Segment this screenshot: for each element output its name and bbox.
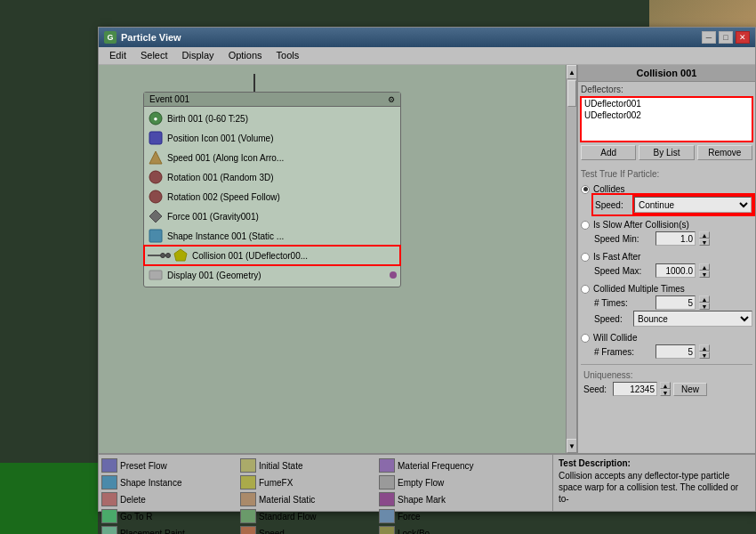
collision-item[interactable]: Collision 001 (UDeflector00... — [144, 246, 400, 265]
svg-marker-6 — [149, 210, 162, 222]
frames-input[interactable] — [655, 344, 696, 359]
deflector-buttons: Add By List Remove — [581, 145, 752, 160]
rotation2-item[interactable]: Rotation 002 (Speed Follow) — [144, 187, 400, 206]
shape-mark-item[interactable]: Shape Mark — [379, 491, 517, 507]
remove-deflector-btn[interactable]: Remove — [697, 145, 752, 160]
right-panel: Collision 001 Deflectors: UDeflector001 … — [577, 65, 755, 453]
placement-item[interactable]: Placement Paint — [101, 525, 239, 534]
menu-options[interactable]: Options — [221, 49, 269, 62]
seed-input[interactable] — [613, 382, 657, 396]
flow-area[interactable]: Event 001 ⚙ ● Birth 001 (0-60 T:25) — [99, 65, 566, 453]
main-window: G Particle View ─ □ ✕ Edit Select Displa… — [98, 27, 756, 512]
scroll-up-btn[interactable]: ▲ — [567, 65, 577, 79]
go-to-r-label: Go To R — [120, 512, 153, 522]
times-input[interactable] — [655, 295, 696, 310]
position-icon — [148, 130, 164, 146]
force-item[interactable]: Force 001 (Gravity001) — [144, 206, 400, 226]
will-collide-radio[interactable] — [581, 334, 590, 343]
shape-instance-label: Shape Instance — [120, 478, 182, 488]
menu-bar: Edit Select Display Options Tools — [99, 47, 755, 65]
go-to-r-item[interactable]: Go To R — [101, 508, 239, 524]
collided-multiple-radio[interactable] — [581, 285, 590, 294]
event-header: Event 001 ⚙ — [144, 93, 400, 107]
deflector-1[interactable]: UDeflector001 — [582, 98, 752, 109]
delete-label: Delete — [120, 495, 146, 505]
menu-edit[interactable]: Edit — [102, 49, 133, 62]
rotation1-label: Rotation 001 (Random 3D) — [167, 173, 274, 182]
preset-flow-item[interactable]: Preset Flow — [101, 457, 239, 473]
deflectors-list[interactable]: UDeflector001 UDeflector002 — [581, 97, 752, 142]
speed-min-down[interactable]: ▼ — [699, 239, 710, 246]
speed-max-down[interactable]: ▼ — [699, 271, 710, 278]
force-icon — [148, 208, 164, 224]
times-up[interactable]: ▲ — [699, 295, 710, 303]
speed-min-up[interactable]: ▲ — [699, 231, 710, 239]
speed-item[interactable]: Speed 001 (Along Icon Arro... — [144, 148, 400, 167]
speed-label: Speed: — [595, 200, 631, 210]
initial-state-label: Initial State — [259, 461, 302, 471]
speed-icon — [148, 150, 164, 166]
scroll-track[interactable] — [567, 79, 576, 439]
force2-item[interactable]: Force — [379, 508, 517, 524]
by-list-btn[interactable]: By List — [639, 145, 694, 160]
times-row: # Times: ▲ ▼ — [594, 295, 752, 310]
menu-display[interactable]: Display — [175, 49, 221, 62]
material-freq-item[interactable]: Material Frequency — [379, 457, 517, 473]
initial-state-item[interactable]: Initial State — [240, 457, 378, 473]
svg-marker-8 — [174, 249, 187, 261]
is-slow-radio[interactable] — [581, 221, 590, 230]
scroll-thumb[interactable] — [567, 80, 576, 107]
lock-bo-item[interactable]: Lock/Bo — [379, 525, 517, 534]
speed-max-up[interactable]: ▲ — [699, 263, 710, 271]
speed2-label: Speed — [259, 529, 285, 535]
rotation2-icon — [148, 189, 164, 205]
fumefx-item[interactable]: FumeFX — [240, 474, 378, 490]
go-to-r-icon — [101, 509, 117, 523]
speed-select[interactable]: Continue Bounce Random Walk Stop — [634, 197, 752, 213]
v-scrollbar: ▲ ▼ — [566, 65, 576, 453]
delete-item[interactable]: Delete — [101, 491, 239, 507]
app-icon: G — [104, 31, 117, 44]
rotation1-item[interactable]: Rotation 001 (Random 3D) — [144, 167, 400, 187]
new-seed-btn[interactable]: New — [673, 383, 707, 396]
frames-row: # Frames: ▲ ▼ — [594, 344, 752, 359]
add-deflector-btn[interactable]: Add — [581, 145, 636, 160]
close-button[interactable]: ✕ — [736, 31, 750, 44]
position-item[interactable]: Position Icon 001 (Volume) — [144, 128, 400, 148]
menu-select[interactable]: Select — [133, 49, 175, 62]
connector-node2 — [165, 253, 171, 258]
birth-item[interactable]: ● Birth 001 (0-60 T:25) — [144, 109, 400, 128]
speed-dropdown-row: Speed: Continue Bounce Random Walk Stop — [594, 196, 752, 214]
will-collide-label: Will Collide — [593, 333, 637, 343]
bounce-speed-select[interactable]: Bounce Continue Random Walk Stop — [633, 311, 752, 327]
uniqueness-label: Uniqueness: — [583, 370, 750, 380]
deflector-2[interactable]: UDeflector002 — [582, 109, 752, 121]
empty-flow-item[interactable]: Empty Flow — [379, 474, 517, 490]
desc-title: Test Description: — [559, 458, 750, 468]
display-item[interactable]: Display 001 (Geometry) — [144, 265, 400, 285]
maximize-button[interactable]: □ — [719, 31, 733, 44]
seed-up[interactable]: ▲ — [660, 382, 671, 389]
speed-max-input[interactable] — [655, 263, 696, 278]
collides-radio[interactable] — [581, 185, 590, 194]
standard-flow-icon — [240, 509, 256, 523]
frames-up[interactable]: ▲ — [699, 344, 710, 352]
minimize-button[interactable]: ─ — [702, 31, 716, 44]
rotation2-label: Rotation 002 (Speed Follow) — [167, 192, 280, 202]
seed-down[interactable]: ▼ — [660, 389, 671, 396]
birth-label: Birth 001 (0-60 T:25) — [167, 114, 248, 124]
material-static-item[interactable]: Material Static — [240, 491, 378, 507]
menu-tools[interactable]: Tools — [269, 49, 307, 62]
placement-icon — [101, 526, 117, 534]
scroll-down-btn[interactable]: ▼ — [567, 439, 577, 453]
is-fast-radio[interactable] — [581, 253, 590, 262]
standard-flow-item[interactable]: Standard Flow — [240, 508, 378, 524]
will-collide-radio-row: Will Collide — [581, 333, 752, 343]
frames-down[interactable]: ▼ — [699, 352, 710, 359]
speed-min-input[interactable] — [655, 231, 696, 246]
gear-icon[interactable]: ⚙ — [388, 95, 395, 104]
times-down[interactable]: ▼ — [699, 303, 710, 310]
speed2-item[interactable]: Speed — [240, 525, 378, 534]
shape-instance-item[interactable]: Shape Instance — [101, 474, 239, 490]
shape-item[interactable]: Shape Instance 001 (Static ... — [144, 226, 400, 246]
